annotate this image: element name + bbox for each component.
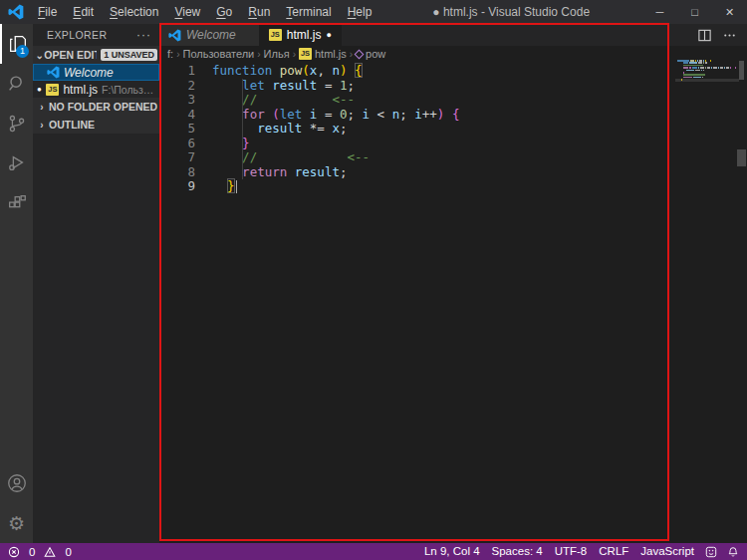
more-actions-icon[interactable] [722,28,737,43]
minimap-line [675,74,737,76]
source-control-icon[interactable] [0,104,33,143]
tab-bar: WelcomeJShtml.js● [159,24,747,46]
indent-guide [242,79,243,180]
sidebar-sections: ›NO FOLDER OPENED›OUTLINE [33,98,159,134]
warnings-count[interactable]: 0 [65,546,71,558]
breadcrumb-separator-icon: › [256,49,261,60]
modified-dot-icon: ● [326,30,331,40]
code-line-4[interactable]: 4 for (let i = 0; i < n; i++) { [159,108,669,123]
split-editor-icon[interactable] [697,28,712,43]
open-editor-item-html-js[interactable]: ●JShtml.jsF:\Пользов... [33,81,159,98]
code-line-3[interactable]: 3 // <-- [159,93,669,108]
file-path: F:\Пользов... [102,84,159,96]
breadcrumb-separator-icon: › [175,49,180,60]
tab-html-js[interactable]: JShtml.js● [260,24,342,46]
chevron-right-icon: › [35,102,49,113]
line-number: 4 [159,108,195,123]
code-line-5[interactable]: 5 result *= x; [159,122,669,137]
window-controls: ─ □ ✕ [642,0,747,24]
warnings-icon[interactable] [39,546,61,558]
status-indentation[interactable]: Spaces: 4 [486,543,549,560]
editor-actions [697,24,747,46]
sidebar-title: EXPLORER [47,29,107,41]
line-number: 7 [159,150,195,165]
breadcrumb: f:›Пользователи›Илья›JShtml.js›pow [159,46,747,62]
tabs: WelcomeJShtml.js● [159,24,342,46]
code-line-2[interactable]: 2 let result = 1; [159,79,669,94]
status-encoding[interactable]: UTF-8 [549,543,594,560]
activity-bar: 1 ⚙ [0,24,33,543]
code-line-6[interactable]: 6 } [159,137,669,151]
code-editor[interactable]: 1function pow(x, n) {2 let result = 1;3 … [159,62,669,543]
menu-terminal[interactable]: Terminal [278,0,339,24]
code-line-8[interactable]: 8 return result; [159,165,669,180]
breadcrumb-item-html-js[interactable]: JShtml.js [299,48,347,60]
menu-file[interactable]: File [30,0,65,24]
open-editors-header[interactable]: ⌄ OPEN EDITORS 1 UNSAVED [33,46,159,64]
minimap[interactable] [675,60,737,82]
line-number: 5 [159,122,195,137]
explorer-sidebar: EXPLORER ··· ⌄ OPEN EDITORS 1 UNSAVED We… [33,24,159,543]
menu-bar: FileEditSelectionViewGoRunTerminalHelp [30,0,379,24]
status-eol[interactable]: CRLF [593,543,634,560]
breadcrumb-item--[interactable]: Илья [264,48,290,60]
modified-dot-icon: ● [37,85,46,94]
title-bar: FileEditSelectionViewGoRunTerminalHelp ●… [0,0,747,24]
text-cursor [236,180,238,193]
status-cursor-position[interactable]: Ln 9, Col 4 [418,543,486,560]
feedback-smiley-icon[interactable] [700,546,722,558]
minimap-line [675,67,737,69]
account-icon[interactable] [0,463,33,503]
tab-welcome[interactable]: Welcome [159,24,260,46]
minimap-line [675,65,737,67]
editor-group: WelcomeJShtml.js● f:›Пользователи›Илья›J… [159,24,747,543]
breadcrumb-item-pow[interactable]: pow [356,48,385,60]
settings-gear-icon[interactable]: ⚙ [0,503,33,543]
section-outline[interactable]: ›OUTLINE [33,116,159,134]
run-debug-icon[interactable] [0,143,33,183]
errors-icon[interactable] [8,546,25,558]
js-file-icon: JS [269,29,282,41]
search-icon[interactable] [0,64,33,104]
vscode-file-icon [47,66,60,79]
explorer-icon[interactable]: 1 [0,24,33,64]
notifications-bell-icon[interactable] [722,546,739,558]
section-no-folder-opened[interactable]: ›NO FOLDER OPENED [33,98,159,116]
maximize-button[interactable]: □ [677,0,712,24]
minimap-line [675,70,737,72]
minimap-line [675,62,737,64]
menu-view[interactable]: View [166,0,208,24]
breadcrumb-separator-icon: › [292,49,297,60]
menu-selection[interactable]: Selection [102,0,166,24]
scrollbar-thumb[interactable] [739,61,744,80]
file-name: html.js [63,83,98,97]
close-button[interactable]: ✕ [712,0,747,24]
line-number: 3 [159,93,195,108]
open-editor-item-welcome[interactable]: Welcome [33,64,159,81]
menu-run[interactable]: Run [240,0,278,24]
errors-count[interactable]: 0 [29,546,35,558]
code-line-1[interactable]: 1function pow(x, n) { [159,64,669,79]
menu-go[interactable]: Go [208,0,240,24]
minimize-button[interactable]: ─ [642,0,677,24]
vscode-file-icon [168,29,181,42]
menu-edit[interactable]: Edit [65,0,102,24]
code-line-9[interactable]: 9 } [159,179,669,194]
line-number: 1 [159,64,195,79]
minimap-line [675,77,737,79]
menu-help[interactable]: Help [340,0,380,24]
main-area: 1 ⚙ [0,24,747,543]
file-name: Welcome [64,66,114,80]
code-line-7[interactable]: 7 // <-- [159,150,669,165]
line-number: 9 [159,179,195,194]
status-language[interactable]: JavaScript [634,543,700,560]
sidebar-more-actions-icon[interactable]: ··· [136,28,151,42]
extensions-icon[interactable] [0,183,33,223]
method-symbol-icon [355,49,365,59]
breadcrumb-item-f-[interactable]: f: [167,48,173,60]
breadcrumb-item--[interactable]: Пользователи [182,48,254,60]
line-number: 2 [159,79,195,94]
status-bar: 0 0 Ln 9, Col 4Spaces: 4UTF-8CRLFJavaScr… [0,543,747,560]
minimap-line [675,60,737,62]
minimap-line [675,72,737,74]
